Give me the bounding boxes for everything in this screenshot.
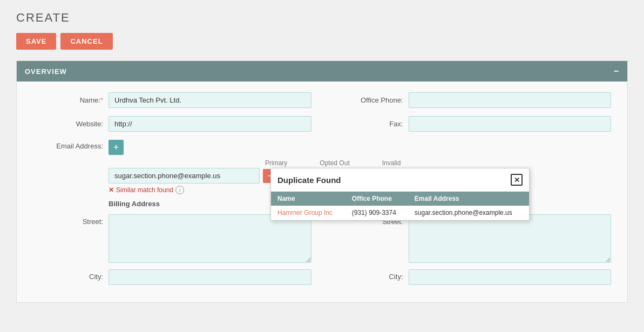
email-input-container: − ✕ Similar match found i Duplic: [109, 168, 611, 194]
name-group: Name:*: [33, 92, 311, 108]
cancel-button[interactable]: CANCEL: [60, 33, 112, 50]
close-icon: ✕: [514, 176, 520, 184]
email-address-label: Email Address:: [33, 140, 103, 150]
duplicate-phone-cell: (931) 909-3374: [345, 206, 408, 220]
fax-input[interactable]: [409, 116, 612, 132]
fax-group: Fax:: [333, 116, 612, 132]
website-group: Website:: [33, 116, 311, 132]
shipping-city-input[interactable]: [409, 269, 612, 285]
add-email-button[interactable]: +: [109, 140, 124, 155]
name-phone-row: Name:* Office Phone:: [33, 92, 611, 108]
duplicate-modal-header: Duplicate Found ✕: [271, 168, 529, 192]
email-input[interactable]: [109, 168, 260, 184]
panel-body: Name:* Office Phone: Website: Fax:: [17, 82, 627, 302]
office-phone-input[interactable]: [409, 92, 612, 108]
website-input[interactable]: [109, 116, 311, 132]
duplicate-table: Name Office Phone Email Address Hammer G…: [271, 192, 529, 220]
x-mark-icon: ✕: [109, 186, 114, 194]
shipping-street-input[interactable]: [409, 214, 612, 263]
shipping-city-group: City:: [333, 269, 612, 285]
billing-street-input[interactable]: [109, 214, 311, 263]
collapse-icon[interactable]: −: [614, 66, 619, 76]
billing-city-label: City:: [33, 269, 103, 281]
save-button[interactable]: SAVE: [16, 33, 56, 50]
duplicate-warning-text: Similar match found: [116, 186, 173, 194]
billing-address-col: Billing Address Street: City:: [33, 200, 311, 292]
duplicate-table-header-row: Name Office Phone Email Address: [271, 192, 529, 206]
info-icon[interactable]: i: [175, 186, 184, 194]
invalid-header: Invalid: [382, 159, 401, 167]
duplicate-email-cell: sugar.section.phone@example.us: [408, 206, 529, 220]
name-input[interactable]: [109, 92, 311, 108]
billing-city-group: City:: [33, 269, 311, 285]
page-wrapper: CREATE SAVE CANCEL OVERVIEW − Name:* Off…: [0, 0, 644, 332]
fax-label: Fax:: [333, 120, 403, 128]
primary-header: Primary: [265, 159, 287, 167]
modal-close-button[interactable]: ✕: [511, 174, 523, 186]
col-email-address: Email Address: [408, 192, 529, 206]
panel-title: OVERVIEW: [25, 67, 67, 76]
table-row: Hammer Group Inc (931) 909-3374 sugar.se…: [271, 206, 529, 220]
duplicate-name-cell: Hammer Group Inc: [271, 206, 345, 220]
overview-panel: OVERVIEW − Name:* Office Phone:: [16, 60, 628, 303]
name-label: Name:*: [33, 96, 103, 104]
website-label: Website:: [33, 120, 103, 128]
duplicate-modal-title: Duplicate Found: [277, 175, 341, 185]
email-controls: + Primary Opted Out Invalid −: [109, 140, 611, 194]
duplicate-modal: Duplicate Found ✕ Name Office Phone: [270, 168, 530, 221]
shipping-street-group: Street:: [333, 214, 612, 263]
duplicate-name-link[interactable]: Hammer Group Inc: [277, 209, 333, 216]
email-column-headers: Primary Opted Out Invalid: [109, 159, 611, 167]
panel-header: OVERVIEW −: [17, 61, 627, 82]
office-phone-group: Office Phone:: [333, 92, 612, 108]
page-title: CREATE: [16, 11, 628, 25]
col-office-phone: Office Phone: [345, 192, 408, 206]
action-bar: SAVE CANCEL: [16, 33, 628, 50]
office-phone-label: Office Phone:: [333, 96, 403, 104]
billing-street-group: Street:: [33, 214, 311, 263]
shipping-city-label: City:: [333, 269, 403, 281]
opted-out-header: Opted Out: [320, 159, 349, 167]
billing-address-title: Billing Address: [33, 200, 311, 208]
col-name: Name: [271, 192, 345, 206]
website-fax-row: Website: Fax:: [33, 116, 611, 132]
billing-city-input[interactable]: [109, 269, 311, 285]
plus-icon: +: [113, 142, 119, 153]
email-section: Email Address: + Primary Opted Out Inval…: [33, 140, 611, 194]
billing-street-label: Street:: [33, 214, 103, 226]
